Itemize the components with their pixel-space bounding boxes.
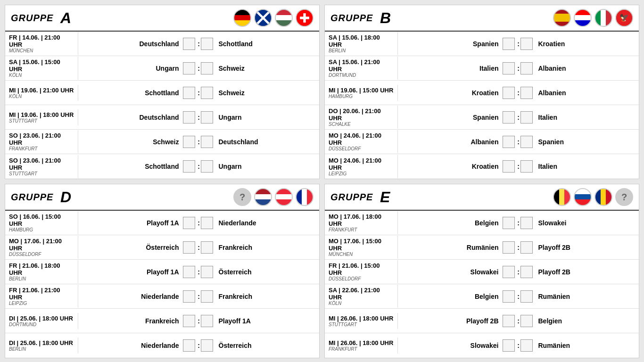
match-date-cell: SO | 16.06. | 15:00 UHRHAMBURG: [5, 211, 78, 234]
score-box-left: [503, 136, 515, 148]
score-box-right: [520, 217, 533, 229]
score-box-left: [503, 111, 515, 123]
match-date-cell: MI | 19.06. | 18:00 UHRSTUTTGART: [5, 109, 78, 125]
match-date-cell: DI | 25.06. | 18:00 UHRBERLIN: [5, 337, 78, 354]
match-date-main: FR | 14.06. | 21:00 UHR: [9, 34, 74, 48]
match-team2: Kroatien: [535, 40, 639, 48]
score-box-left: [183, 136, 195, 148]
match-date-cell: SA | 15.06. | 18:00 UHRBERLIN: [325, 32, 398, 55]
match-team2: Albanien: [535, 89, 639, 97]
match-colon: :: [197, 317, 201, 325]
match-team2: Italien: [535, 114, 639, 121]
match-colon: :: [197, 114, 201, 121]
score-box-left: [183, 38, 195, 50]
match-colon: :: [517, 268, 520, 276]
match-date-main: MO | 17.06. | 15:00 UHR: [329, 238, 394, 252]
match-row: MI | 26.06. | 18:00 UHRSTUTTGARTPlayoff …: [325, 309, 639, 333]
match-team1: Spanien: [398, 114, 503, 121]
flag-schottland: [254, 9, 272, 27]
gruppe-d-block: GRUPPE D?SO | 16.06. | 15:00 UHRHAMBURGP…: [5, 184, 320, 358]
score-box-right: [520, 111, 533, 123]
score-box-left: [503, 339, 515, 352]
gruppe-b-title: GRUPPE B: [330, 9, 391, 27]
gruppe-e-header: GRUPPE E?: [325, 184, 639, 211]
match-venue: HAMBURG: [9, 227, 74, 232]
match-venue: LEIPZIG: [9, 301, 74, 306]
match-colon: :: [197, 342, 201, 349]
gruppe-b-header: GRUPPE B🦅: [325, 5, 639, 32]
match-date-cell: FR | 21.06. | 21:00 UHRLEIPZIG: [5, 285, 78, 308]
match-team1: Frankreich: [78, 317, 183, 325]
match-date-main: MO | 24.06. | 21:00 UHR: [329, 132, 394, 146]
match-date-main: FR | 21.06. | 15:00 UHR: [329, 262, 394, 276]
match-team2: Schweiz: [215, 89, 320, 97]
match-colon: :: [197, 163, 201, 170]
gruppe-a-flags: [233, 9, 314, 27]
score-box-left: [503, 290, 515, 303]
match-colon: :: [517, 138, 520, 146]
match-venue: MÜNCHEN: [329, 252, 394, 257]
match-row: SA | 15.06. | 21:00 UHRDORTMUNDItalien:A…: [325, 56, 639, 81]
flag-belgien: [553, 188, 571, 206]
match-venue: DÜSSELDORF: [329, 276, 394, 281]
match-row: DI | 25.06. | 18:00 UHRBERLINNiederlande…: [5, 333, 319, 358]
gruppe-d-flags: ?: [233, 188, 314, 206]
match-venue: STUTTGART: [9, 118, 74, 123]
score-box-left: [183, 87, 195, 99]
match-date-main: MI | 19.06. | 18:00 UHR: [9, 111, 74, 118]
score-box-left: [503, 217, 515, 229]
match-colon: :: [197, 244, 201, 251]
match-colon: :: [517, 89, 520, 97]
match-team1: Spanien: [398, 40, 503, 48]
match-date-cell: FR | 14.06. | 21:00 UHRMÜNCHEN: [5, 32, 78, 55]
match-venue: HAMBURG: [329, 94, 394, 99]
score-box-left: [183, 62, 195, 74]
match-row: FR | 14.06. | 21:00 UHRMÜNCHENDeutschlan…: [5, 32, 319, 56]
match-team1: Belgien: [398, 219, 503, 227]
match-date-main: DI | 25.06. | 18:00 UHR: [9, 315, 74, 322]
flag-deutschland: [233, 9, 251, 27]
match-team1: Playoff 1A: [78, 219, 183, 227]
score-box-left: [503, 38, 515, 50]
match-date-cell: FR | 21.06. | 18:00 UHRBERLIN: [5, 260, 78, 283]
score-box-right: [201, 62, 213, 74]
gruppe-a-block: GRUPPE AFR | 14.06. | 21:00 UHRMÜNCHENDe…: [5, 5, 320, 179]
match-team2: Albanien: [535, 65, 639, 72]
match-team2: Ungarn: [215, 114, 320, 121]
match-date-main: MO | 17.06. | 18:00 UHR: [329, 213, 394, 227]
match-team2: Deutschland: [215, 138, 320, 146]
score-box-right: [201, 339, 213, 352]
match-venue: DORTMUND: [9, 322, 74, 327]
match-team1: Österreich: [78, 244, 183, 251]
match-venue: BERLIN: [9, 276, 74, 281]
match-venue: STUTTGART: [9, 171, 74, 176]
match-row: MI | 19.06. | 18:00 UHRSTUTTGARTDeutschl…: [5, 105, 319, 130]
flag-rumänien: [594, 188, 612, 206]
match-colon: :: [197, 219, 201, 227]
score-box-right: [201, 266, 213, 278]
match-team2: Slowakei: [535, 219, 639, 227]
match-team1: Schottland: [78, 163, 183, 170]
match-colon: :: [197, 268, 201, 276]
flag-ungarn: [275, 9, 293, 27]
match-date-cell: MO | 24.06. | 21:00 UHRLEIPZIG: [325, 155, 398, 178]
match-team1: Niederlande: [78, 293, 183, 300]
match-row: DI | 25.06. | 18:00 UHRDORTMUNDFrankreic…: [5, 309, 319, 333]
match-row: DO | 20.06. | 21:00 UHRSCHALKESpanien:It…: [325, 105, 639, 130]
match-date-cell: MO | 17.06. | 18:00 UHRFRANKFURT: [325, 211, 398, 234]
score-box-right: [201, 241, 213, 254]
flag-kroatien: [574, 9, 592, 27]
score-box-right: [201, 217, 213, 229]
match-colon: :: [517, 65, 520, 72]
match-colon: :: [517, 163, 520, 170]
match-team2: Playoff 2B: [535, 268, 639, 276]
match-team1: Schweiz: [78, 138, 183, 146]
match-date-main: DO | 20.06. | 21:00 UHR: [329, 107, 394, 122]
flag-slowakei: [574, 188, 592, 206]
match-date-cell: MI | 19.06. | 21:00 UHRKÖLN: [5, 85, 78, 101]
match-venue: KÖLN: [9, 94, 74, 99]
match-row: MO | 24.06. | 21:00 UHRLEIPZIGKroatien:I…: [325, 154, 639, 179]
flag-italien: [594, 9, 612, 27]
match-team2: Österreich: [215, 342, 320, 349]
score-box-left: [183, 290, 195, 303]
